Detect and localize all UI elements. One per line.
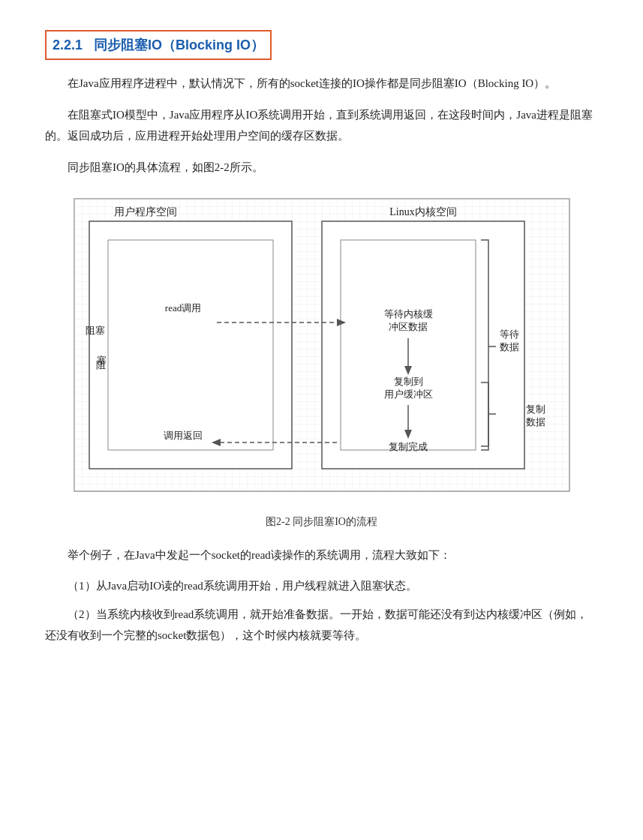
wait-buffer-label-1: 等待内核缓: [383, 308, 432, 320]
kernel-space-label: Linux内核空间: [389, 206, 456, 218]
wait-buffer-label-2: 冲区数据: [389, 321, 428, 332]
blocking-text: 阻塞: [86, 325, 105, 336]
copy-to-buffer-label-2: 用户缓冲区: [383, 388, 432, 400]
list-item-1: （1）从Java启动IO读的read系统调用开始，用户线程就进入阻塞状态。: [45, 576, 598, 597]
wait-data-label-1: 等待: [500, 328, 519, 340]
paragraph-2: 在阻塞式IO模型中，Java应用程序从IO系统调用开始，直到系统调用返回，在这段…: [45, 105, 598, 147]
copy-data-label-2: 数据: [526, 416, 545, 428]
read-call-label: read调用: [164, 302, 200, 314]
block-label-2: 塞: [96, 355, 106, 366]
svg-rect-4: [108, 240, 273, 450]
list-item-2: （2）当系统内核收到read系统调用，就开始准备数据。一开始，数据可能还没有到达…: [45, 604, 598, 646]
copy-done-label: 复制完成: [389, 441, 428, 452]
paragraph-1: 在Java应用程序进程中，默认情况下，所有的socket连接的IO操作都是同步阻…: [45, 74, 598, 94]
copy-data-label-1: 复制: [526, 404, 545, 415]
copy-to-buffer-label-1: 复制到: [393, 376, 422, 387]
return-label: 调用返回: [164, 430, 203, 441]
blocking-io-diagram: 用户程序空间 Linux内核空间 阻 塞 read调用 等待内核缓 冲区数据 复…: [67, 191, 577, 506]
diagram-caption: 图2-2 同步阻塞IO的流程: [45, 512, 598, 531]
user-space-label: 用户程序空间: [114, 206, 177, 218]
section-title: 2.2.1 同步阻塞IO（Blocking IO）: [45, 30, 272, 60]
paragraph-4: 举个例子，在Java中发起一个socket的read读操作的系统调用，流程大致如…: [45, 545, 598, 566]
paragraph-3: 同步阻塞IO的具体流程，如图2-2所示。: [45, 158, 598, 178]
wait-data-label-2: 数据: [500, 341, 519, 352]
diagram-container: 用户程序空间 Linux内核空间 阻 塞 read调用 等待内核缓 冲区数据 复…: [67, 191, 577, 506]
